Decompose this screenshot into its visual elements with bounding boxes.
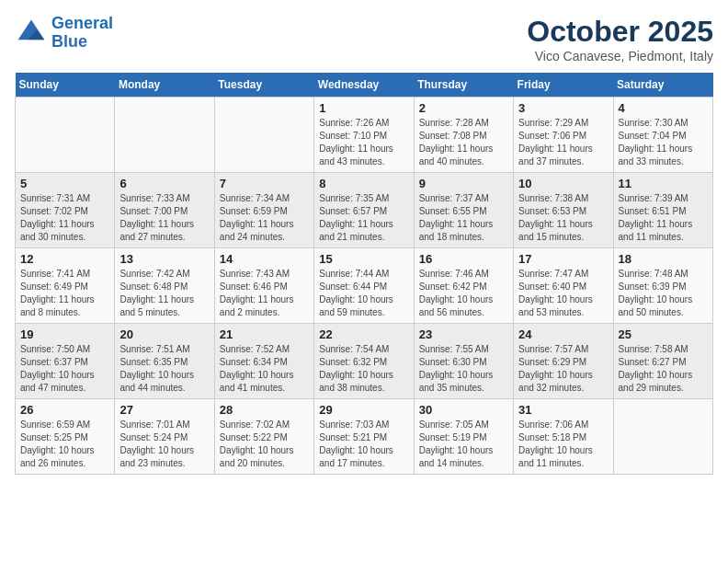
day-info: Sunrise: 7:02 AMSunset: 5:22 PMDaylight:… [220, 419, 309, 470]
day-info: Sunrise: 7:44 AMSunset: 6:44 PMDaylight:… [319, 268, 408, 319]
calendar-cell [16, 98, 115, 173]
calendar-cell: 15Sunrise: 7:44 AMSunset: 6:44 PMDayligh… [314, 248, 414, 324]
calendar-cell: 12Sunrise: 7:41 AMSunset: 6:49 PMDayligh… [16, 248, 115, 324]
day-number: 1 [319, 101, 408, 115]
day-info: Sunrise: 7:37 AMSunset: 6:55 PMDaylight:… [419, 192, 508, 244]
day-info: Sunrise: 7:39 AMSunset: 6:51 PMDaylight:… [619, 192, 708, 244]
day-number: 12 [20, 252, 109, 266]
day-number: 25 [619, 327, 708, 341]
calendar-cell: 2Sunrise: 7:28 AMSunset: 7:08 PMDaylight… [414, 98, 513, 173]
logo: General Blue [15, 15, 113, 52]
day-number: 23 [419, 327, 508, 341]
day-number: 30 [419, 403, 508, 417]
day-header-monday: Monday [115, 73, 214, 98]
calendar-week-1: 1Sunrise: 7:26 AMSunset: 7:10 PMDaylight… [16, 98, 713, 173]
calendar-cell: 30Sunrise: 7:05 AMSunset: 5:19 PMDayligh… [414, 399, 513, 475]
title-block: October 2025 Vico Canavese, Piedmont, It… [527, 15, 713, 63]
calendar-cell: 31Sunrise: 7:06 AMSunset: 5:18 PMDayligh… [514, 399, 613, 475]
calendar-cell: 10Sunrise: 7:38 AMSunset: 6:53 PMDayligh… [514, 173, 613, 248]
day-number: 9 [419, 177, 508, 190]
day-number: 15 [319, 252, 408, 266]
day-info: Sunrise: 7:46 AMSunset: 6:42 PMDaylight:… [419, 268, 508, 319]
day-info: Sunrise: 7:50 AMSunset: 6:37 PMDaylight:… [20, 343, 109, 395]
calendar-week-2: 5Sunrise: 7:31 AMSunset: 7:02 PMDaylight… [16, 173, 713, 248]
calendar-cell: 21Sunrise: 7:52 AMSunset: 6:34 PMDayligh… [214, 324, 313, 399]
day-info: Sunrise: 7:51 AMSunset: 6:35 PMDaylight:… [119, 343, 209, 395]
calendar-cell: 5Sunrise: 7:31 AMSunset: 7:02 PMDaylight… [16, 173, 115, 248]
calendar-cell: 11Sunrise: 7:39 AMSunset: 6:51 PMDayligh… [613, 173, 712, 248]
calendar-week-3: 12Sunrise: 7:41 AMSunset: 6:49 PMDayligh… [16, 248, 713, 324]
calendar-cell: 28Sunrise: 7:02 AMSunset: 5:22 PMDayligh… [214, 399, 313, 475]
day-info: Sunrise: 7:47 AMSunset: 6:40 PMDaylight:… [518, 268, 608, 319]
calendar-cell: 8Sunrise: 7:35 AMSunset: 6:57 PMDaylight… [314, 173, 414, 248]
day-info: Sunrise: 7:01 AMSunset: 5:24 PMDaylight:… [119, 419, 209, 470]
day-number: 28 [220, 403, 309, 417]
day-info: Sunrise: 7:28 AMSunset: 7:08 PMDaylight:… [419, 117, 508, 168]
day-number: 16 [419, 252, 508, 266]
calendar-cell: 18Sunrise: 7:48 AMSunset: 6:39 PMDayligh… [613, 248, 712, 324]
calendar-cell [613, 399, 712, 475]
day-header-saturday: Saturday [613, 73, 712, 98]
day-number: 4 [619, 101, 708, 115]
calendar-cell: 25Sunrise: 7:58 AMSunset: 6:27 PMDayligh… [613, 324, 712, 399]
calendar-week-4: 19Sunrise: 7:50 AMSunset: 6:37 PMDayligh… [16, 324, 713, 399]
calendar-cell [115, 98, 214, 173]
day-info: Sunrise: 7:03 AMSunset: 5:21 PMDaylight:… [319, 419, 408, 470]
day-info: Sunrise: 7:42 AMSunset: 6:48 PMDaylight:… [119, 268, 209, 319]
calendar-week-5: 26Sunrise: 6:59 AMSunset: 5:25 PMDayligh… [16, 399, 713, 475]
calendar-cell: 24Sunrise: 7:57 AMSunset: 6:29 PMDayligh… [514, 324, 613, 399]
day-info: Sunrise: 7:26 AMSunset: 7:10 PMDaylight:… [319, 117, 408, 168]
day-number: 24 [518, 327, 608, 341]
calendar-cell: 17Sunrise: 7:47 AMSunset: 6:40 PMDayligh… [514, 248, 613, 324]
calendar-cell [214, 98, 313, 173]
day-info: Sunrise: 7:55 AMSunset: 6:30 PMDaylight:… [419, 343, 508, 395]
day-info: Sunrise: 7:52 AMSunset: 6:34 PMDaylight:… [220, 343, 309, 395]
day-info: Sunrise: 7:48 AMSunset: 6:39 PMDaylight:… [619, 268, 708, 319]
day-number: 11 [619, 177, 708, 190]
calendar-cell: 4Sunrise: 7:30 AMSunset: 7:04 PMDaylight… [613, 98, 712, 173]
day-number: 29 [319, 403, 408, 417]
day-header-sunday: Sunday [16, 73, 115, 98]
month-title: October 2025 [527, 15, 713, 49]
logo-icon [15, 17, 48, 50]
day-number: 10 [518, 177, 608, 190]
day-info: Sunrise: 7:29 AMSunset: 7:06 PMDaylight:… [518, 117, 608, 168]
page-header: General Blue October 2025 Vico Canavese,… [15, 15, 713, 63]
day-info: Sunrise: 7:43 AMSunset: 6:46 PMDaylight:… [220, 268, 309, 319]
day-info: Sunrise: 7:58 AMSunset: 6:27 PMDaylight:… [619, 343, 708, 395]
day-number: 31 [518, 403, 608, 417]
calendar-cell: 3Sunrise: 7:29 AMSunset: 7:06 PMDaylight… [514, 98, 613, 173]
day-info: Sunrise: 7:05 AMSunset: 5:19 PMDaylight:… [419, 419, 508, 470]
day-header-thursday: Thursday [414, 73, 513, 98]
calendar-cell: 20Sunrise: 7:51 AMSunset: 6:35 PMDayligh… [115, 324, 214, 399]
logo-text: General Blue [51, 15, 113, 52]
day-number: 18 [619, 252, 708, 266]
day-number: 22 [319, 327, 408, 341]
day-number: 20 [119, 327, 209, 341]
day-number: 2 [419, 101, 508, 115]
day-number: 7 [220, 177, 309, 190]
day-number: 6 [119, 177, 209, 190]
day-header-row: SundayMondayTuesdayWednesdayThursdayFrid… [16, 73, 713, 98]
location-subtitle: Vico Canavese, Piedmont, Italy [527, 49, 713, 63]
calendar-cell: 16Sunrise: 7:46 AMSunset: 6:42 PMDayligh… [414, 248, 513, 324]
calendar-cell: 22Sunrise: 7:54 AMSunset: 6:32 PMDayligh… [314, 324, 414, 399]
day-number: 19 [20, 327, 109, 341]
day-info: Sunrise: 7:30 AMSunset: 7:04 PMDaylight:… [619, 117, 708, 168]
calendar-cell: 19Sunrise: 7:50 AMSunset: 6:37 PMDayligh… [16, 324, 115, 399]
day-number: 8 [319, 177, 408, 190]
day-info: Sunrise: 7:31 AMSunset: 7:02 PMDaylight:… [20, 192, 109, 244]
day-info: Sunrise: 7:33 AMSunset: 7:00 PMDaylight:… [119, 192, 209, 244]
day-info: Sunrise: 7:38 AMSunset: 6:53 PMDaylight:… [518, 192, 608, 244]
calendar-cell: 26Sunrise: 6:59 AMSunset: 5:25 PMDayligh… [16, 399, 115, 475]
day-header-tuesday: Tuesday [214, 73, 313, 98]
day-info: Sunrise: 7:06 AMSunset: 5:18 PMDaylight:… [518, 419, 608, 470]
day-number: 14 [220, 252, 309, 266]
day-number: 21 [220, 327, 309, 341]
calendar-cell: 13Sunrise: 7:42 AMSunset: 6:48 PMDayligh… [115, 248, 214, 324]
day-info: Sunrise: 7:34 AMSunset: 6:59 PMDaylight:… [220, 192, 309, 244]
calendar-cell: 6Sunrise: 7:33 AMSunset: 7:00 PMDaylight… [115, 173, 214, 248]
day-info: Sunrise: 7:54 AMSunset: 6:32 PMDaylight:… [319, 343, 408, 395]
day-number: 27 [119, 403, 209, 417]
day-info: Sunrise: 6:59 AMSunset: 5:25 PMDaylight:… [20, 419, 109, 470]
